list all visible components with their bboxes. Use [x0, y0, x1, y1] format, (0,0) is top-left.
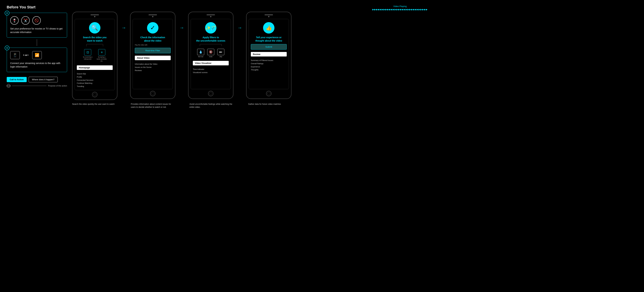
- phone-1-caption: Search the video quickly the user want t…: [72, 102, 117, 108]
- connector-line-1: [7, 38, 67, 48]
- list-item: Overall Ratings: [251, 62, 287, 65]
- phone-2-section-header: About Video: [135, 56, 171, 60]
- search-icon-circle: 🔍: [89, 22, 100, 34]
- list-item: Trending: [77, 85, 113, 88]
- caption-spacer-3: [239, 102, 244, 108]
- phone-4-caption: Gather data for future video matches: [248, 102, 294, 108]
- phone-icon: 📱: [10, 51, 20, 59]
- phone-3-screen: ✨🪄 Apply filters tothe uncomfortable sce…: [191, 19, 231, 89]
- phone-4-title: Tell your experience orthought about the…: [255, 36, 282, 42]
- gear-icon: ⚙: [5, 11, 10, 16]
- phone-3-home-btn[interactable]: [208, 91, 214, 96]
- phone-1-home-btn[interactable]: [92, 92, 98, 97]
- mute-label: mute: [209, 56, 212, 58]
- phone-2-home-btn[interactable]: [150, 91, 156, 96]
- magic-icon-circle: ✨🪄: [205, 22, 216, 34]
- wifi-icon: 📶: [32, 51, 42, 59]
- skip-icon: ⏭: [217, 49, 224, 55]
- preferences-box: ⚙ 🍷 ✂️ 🚫 Set your preference for movies …: [7, 13, 67, 38]
- phone-3-section-header: Video Visualizer: [193, 61, 229, 65]
- filter-icons-row: 💧 blur out 🔇 mute ⏭ skip: [197, 49, 224, 58]
- phone-3: ✨🪄 Apply filters tothe uncomfortable sce…: [188, 12, 234, 99]
- play-with-label: Play the video with: [135, 44, 148, 46]
- video-playing-header: Video Playing ▶▶▶▶▶▶▶▶▶▶▶▶▶▶▶▶▶▶▶▶▶▶▶▶▶▶…: [163, 5, 637, 11]
- phone-2-caption: Provides information about content issue…: [131, 102, 176, 108]
- arrow-1-2: →: [122, 12, 126, 30]
- left-title: Before You Start: [7, 5, 67, 10]
- pref-icon-cut: ✂️: [21, 16, 30, 25]
- list-item: Continue Watching: [77, 82, 113, 85]
- phone-3-speaker: [206, 14, 215, 15]
- blur-out-label: blur out: [198, 56, 203, 58]
- list-item: Thoughts: [251, 68, 287, 72]
- caption-spacer-1: [122, 102, 127, 108]
- blur-out-col: 💧 blur out: [197, 49, 204, 58]
- scan-col: ⊡ by scanning a videoposter: [82, 49, 94, 60]
- list-item: Issues on the Scene: [135, 66, 171, 69]
- phone-2: ✓ Check the informationabout the video P…: [130, 12, 176, 99]
- blur-out-icon: 💧: [197, 49, 204, 55]
- video-playing-bar: ▶▶▶▶▶▶▶▶▶▶▶▶▶▶▶▶▶▶▶▶▶▶▶▶▶▶▶▶▶▶: [372, 8, 428, 11]
- preference-icons-row: 🍷 ✂️ 🚫: [10, 16, 41, 25]
- purpose-row: Purpose of the action: [7, 84, 67, 88]
- phone-4-cam: [268, 16, 270, 17]
- purpose-circle-icon: [7, 84, 10, 88]
- phone-2-speaker: [148, 14, 157, 15]
- phone-3-caption: Avoid uncomfortable feelings while watch…: [190, 102, 235, 108]
- phone-2-section-list: Information about the Video Issues on th…: [135, 62, 171, 72]
- arrow-2-3: →: [180, 12, 184, 30]
- realtime-filter-button[interactable]: Real-time Filter: [135, 48, 171, 53]
- list-item: Information about the Video: [135, 62, 171, 66]
- list-item: Reviews: [135, 69, 171, 72]
- phone-1-cam: [94, 16, 96, 17]
- left-panel: Before You Start ⚙ 🍷 ✂️ 🚫 Set your prefe…: [7, 5, 67, 88]
- pref-icon-drink: 🍷: [10, 16, 18, 25]
- list-item: Experience: [251, 65, 287, 68]
- phones-row: 🔍 Search the video youwant to watch ⊡ by…: [72, 12, 637, 100]
- scan-type-bracket-container: [86, 44, 103, 46]
- phone-4: 👍 Tell your experience orthought about t…: [246, 12, 292, 99]
- list-item: Connected Services: [77, 78, 113, 82]
- cta-button[interactable]: Call to Action: [7, 77, 27, 82]
- phone-1-section-list: Search Bar Profile Connected Services Co…: [77, 72, 113, 88]
- scan-type-row: ⊡ by scanning a videoposter ≡ by typing …: [82, 49, 108, 62]
- pref-icon-block: 🚫: [32, 16, 41, 25]
- gear-icon-2: ⚙: [5, 46, 10, 50]
- mute-icon: 🔇: [207, 49, 214, 55]
- phone-4-section-list: Summary of Filtered Issues Overall Ratin…: [251, 58, 287, 72]
- preference-text: Set your preference for movies or TV sho…: [10, 27, 64, 34]
- type-label: by typing a name, provider, etc.: [96, 56, 108, 62]
- purpose-divider-line: [12, 86, 46, 86]
- main-layout: Before You Start ⚙ 🍷 ✂️ 🚫 Set your prefe…: [7, 5, 637, 108]
- arrow-3-4: →: [238, 12, 242, 30]
- mute-col: 🔇 mute: [207, 49, 214, 58]
- scan-label: by scanning a videoposter: [82, 56, 94, 60]
- list-item: Profile: [77, 76, 113, 78]
- type-col: ≡ by typing a name, provider, etc.: [96, 49, 108, 62]
- list-item: Summary of Filtered Issues: [251, 59, 287, 62]
- caption-spacer-2: [180, 102, 186, 108]
- purpose-label: Purpose of the action: [48, 85, 67, 87]
- phone-2-title: Check the informationabout the video: [140, 36, 165, 42]
- phone-3-cam: [210, 16, 212, 17]
- phone-1-speaker: [90, 14, 99, 15]
- phone-1-section-header: Homepage: [77, 65, 113, 70]
- check-icon-circle: ✓: [147, 22, 158, 34]
- phone-4-home-btn[interactable]: [266, 91, 272, 96]
- connect-services-box: ⚙ 📱 •➜• 📶 Connect your streaming service…: [7, 48, 67, 72]
- phone-3-title: Apply filters tothe uncomfortable scenes: [196, 36, 225, 42]
- progress-arrows: ▶▶▶▶▶▶▶▶▶▶▶▶▶▶▶▶▶▶▶▶▶▶▶▶▶▶▶▶▶▶: [372, 8, 428, 11]
- phone-4-screen: 👍 Tell your experience orthought about t…: [249, 19, 289, 89]
- phone-4-speaker: [264, 14, 273, 15]
- phone-1: 🔍 Search the video youwant to watch ⊡ by…: [72, 12, 117, 100]
- type-icon-box: ≡: [98, 49, 105, 56]
- submit-button[interactable]: Submit: [251, 44, 287, 50]
- list-item: Visualized scenes: [193, 71, 229, 74]
- bracket-top: [86, 44, 103, 46]
- list-item: Search Bar: [77, 72, 113, 76]
- thumbsup-icon-circle: 👍: [263, 22, 274, 34]
- connect-text: Connect your streaming services to the a…: [10, 62, 64, 68]
- skip-label: skip: [220, 56, 222, 58]
- filter-bracket-top: [200, 44, 222, 46]
- where-button[interactable]: Where does it happen?: [29, 77, 58, 82]
